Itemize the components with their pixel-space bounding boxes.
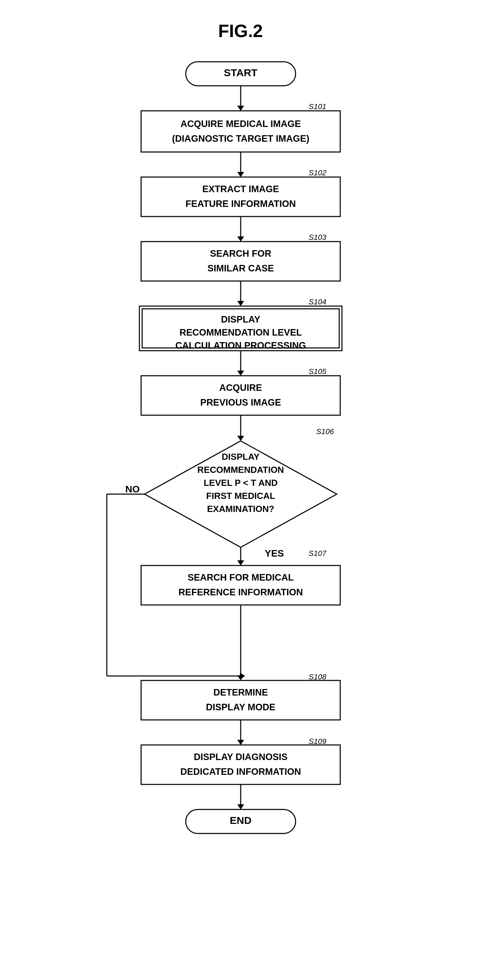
svg-text:FEATURE INFORMATION: FEATURE INFORMATION: [185, 199, 296, 209]
svg-rect-30: [141, 242, 340, 281]
svg-text:DISPLAY: DISPLAY: [221, 452, 259, 462]
svg-text:EXAMINATION?: EXAMINATION?: [207, 504, 274, 514]
svg-text:PREVIOUS IMAGE: PREVIOUS IMAGE: [200, 397, 281, 408]
svg-text:CALCULATION PROCESSING: CALCULATION PROCESSING: [175, 340, 306, 351]
fig-title-svg: FIG.2: [218, 21, 263, 41]
svg-text:SEARCH FOR: SEARCH FOR: [210, 248, 271, 259]
svg-text:S106: S106: [316, 427, 334, 436]
svg-text:START: START: [224, 67, 258, 78]
svg-text:RECOMMENDATION LEVEL: RECOMMENDATION LEVEL: [179, 327, 302, 338]
svg-marker-81: [237, 804, 244, 810]
svg-rect-18: [141, 111, 340, 152]
svg-marker-64: [237, 560, 244, 565]
svg-text:RECOMMENDATION: RECOMMENDATION: [197, 465, 284, 475]
svg-text:YES: YES: [265, 548, 284, 558]
svg-text:REFERENCE INFORMATION: REFERENCE INFORMATION: [178, 587, 303, 597]
svg-text:(DIAGNOSTIC TARGET IMAGE): (DIAGNOSTIC TARGET IMAGE): [172, 134, 309, 144]
svg-text:DISPLAY DIAGNOSIS: DISPLAY DIAGNOSIS: [194, 752, 287, 762]
svg-text:S104: S104: [309, 298, 326, 306]
svg-text:ACQUIRE MEDICAL IMAGE: ACQUIRE MEDICAL IMAGE: [180, 119, 301, 129]
svg-text:S109: S109: [309, 737, 326, 746]
svg-text:SIMILAR CASE: SIMILAR CASE: [207, 263, 274, 274]
svg-rect-77: [141, 745, 340, 784]
svg-marker-42: [237, 371, 244, 376]
svg-text:S101: S101: [309, 102, 326, 111]
svg-marker-69: [237, 675, 244, 681]
svg-rect-65: [141, 565, 340, 605]
svg-marker-48: [237, 436, 244, 441]
svg-marker-75: [237, 740, 244, 745]
svg-text:FIRST MEDICAL: FIRST MEDICAL: [206, 491, 275, 501]
svg-text:SEARCH FOR MEDICAL: SEARCH FOR MEDICAL: [188, 572, 293, 583]
main-flowchart-svg: START S101 ACQUIRE MEDICAL IMAGE (DIAGNO…: [86, 55, 395, 964]
svg-text:END: END: [230, 815, 251, 826]
svg-rect-71: [141, 681, 340, 720]
svg-text:S103: S103: [309, 233, 327, 242]
svg-text:DEDICATED INFORMATION: DEDICATED INFORMATION: [180, 767, 301, 777]
svg-text:S107: S107: [309, 549, 327, 558]
svg-text:LEVEL P < T AND: LEVEL P < T AND: [204, 478, 278, 488]
svg-text:EXTRACT IMAGE: EXTRACT IMAGE: [202, 184, 279, 194]
svg-text:S108: S108: [309, 673, 327, 681]
svg-rect-44: [141, 376, 340, 415]
svg-marker-28: [237, 236, 244, 242]
svg-text:ACQUIRE: ACQUIRE: [219, 383, 262, 393]
svg-marker-16: [237, 106, 244, 111]
svg-text:S102: S102: [309, 169, 326, 177]
svg-text:DISPLAY: DISPLAY: [221, 314, 260, 325]
svg-text:DETERMINE: DETERMINE: [213, 687, 268, 698]
svg-rect-24: [141, 177, 340, 216]
svg-marker-22: [237, 172, 244, 177]
svg-text:NO: NO: [125, 484, 140, 495]
svg-text:DISPLAY MODE: DISPLAY MODE: [205, 702, 276, 712]
svg-marker-34: [237, 301, 244, 306]
svg-text:S105: S105: [309, 367, 327, 376]
